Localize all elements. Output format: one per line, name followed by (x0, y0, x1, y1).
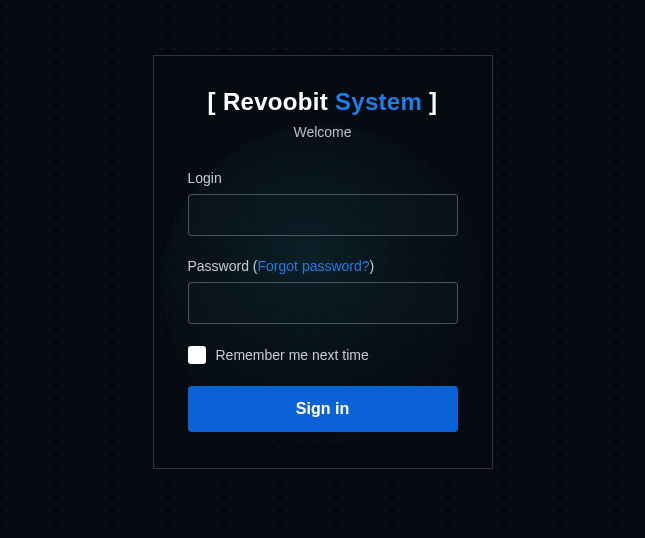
login-card: [ Revoobit System ] Welcome Login Passwo… (153, 55, 493, 469)
welcome-text: Welcome (188, 124, 458, 140)
bracket-open: [ (208, 88, 223, 115)
remember-row: Remember me next time (188, 346, 458, 364)
login-label: Login (188, 170, 458, 186)
brand-title: [ Revoobit System ] (188, 88, 458, 116)
login-input[interactable] (188, 194, 458, 236)
brand-name-main: Revoobit (223, 88, 335, 115)
sign-in-button[interactable]: Sign in (188, 386, 458, 432)
password-label-suffix: ) (370, 258, 375, 274)
brand-name-accent: System (335, 88, 422, 115)
forgot-password-link[interactable]: Forgot password? (258, 258, 370, 274)
password-label-prefix: Password ( (188, 258, 258, 274)
remember-label: Remember me next time (216, 347, 369, 363)
password-label: Password (Forgot password?) (188, 258, 458, 274)
remember-checkbox[interactable] (188, 346, 206, 364)
bracket-close: ] (422, 88, 437, 115)
password-input[interactable] (188, 282, 458, 324)
